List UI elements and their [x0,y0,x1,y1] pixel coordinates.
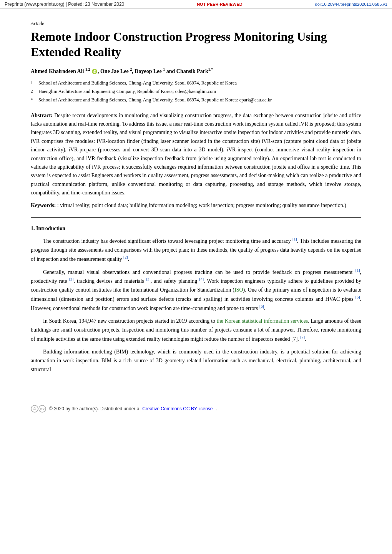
main-content: Article Remote Indoor Construction Progr… [0,9,392,393]
header-bar: Preprints (www.preprints.org) | Posted: … [0,0,392,9]
author4-name: Chansik Park [176,68,208,74]
ref-2[interactable]: [2] [123,255,128,259]
intro-para-1: The construction industry has devoted si… [31,236,361,264]
cc-icon: © BY [31,405,46,413]
korean-statistical-link[interactable]: the Korean statistical information servi… [217,318,308,324]
author2-sup: 2 [130,67,132,71]
ref-1[interactable]: [1] [292,237,297,241]
abstract-paragraph: Abstract: Despite recent developments in… [31,111,361,197]
article-title: Remote Indoor Construction Progress Moni… [31,29,361,60]
section1-heading: 1. Introduction [31,226,361,232]
aff-text-2: Haenglim Architecture and Engineering Co… [38,88,216,95]
keywords-label: Keywords: [31,202,56,208]
header-right: doi:10.20944/preprints202011.0585.v1 [315,2,387,7]
abstract-text: Despite recent developments in monitorin… [31,113,361,196]
ref-6[interactable]: [6] [259,304,264,309]
affiliation-1: 1 School of Architecture and Building Sc… [31,79,361,87]
footer-left: © BY © 2020 by the author(s). Distribute… [31,405,217,413]
ref-7[interactable]: [7] [300,335,305,339]
author4-sup: 1,* [208,67,213,71]
abstract-section: Abstract: Despite recent developments in… [31,111,361,210]
cc-badge: © BY [31,405,46,413]
aff-text-star: School of Architecture and Building Scie… [38,96,272,104]
not-peer-reviewed-badge: NOT PEER-REVIEWED [197,2,243,7]
header-left: Preprints (www.preprints.org) | Posted: … [5,2,124,7]
ref-4[interactable]: [4] [199,277,204,281]
posted-date: Posted: 23 November 2020 [68,2,124,7]
preprints-link[interactable]: Preprints (www.preprints.org) [5,2,66,7]
svg-text:BY: BY [40,407,45,411]
svg-text:©: © [33,407,36,411]
intro-para-4: Building information modeling (BIM) tech… [31,347,361,374]
para3-part1: In South Korea, 194,947 new construction… [43,318,217,324]
author3-name: Doyeop Lee [135,68,161,74]
article-label: Article [31,20,361,27]
author1-sup: 1,2 [85,67,90,71]
ref-2b[interactable]: [2] [69,277,74,281]
keywords-text: : virtual reality; point cloud data; bui… [56,202,346,208]
iso-link[interactable]: ISO [234,287,243,293]
author1-name: Ahmed Khairadeen Ali [31,68,84,74]
orcid-icon: iD [92,69,97,74]
authors-line: Ahmed Khairadeen Ali 1,2 iD, One Jae Lee… [31,67,361,75]
copyright-text: © 2020 by the author(s). Distributed und… [49,406,139,411]
author3-sup: 1 [163,67,165,71]
ref-5[interactable]: [5] [355,295,360,299]
affiliation-2: 2 Haenglim Architecture and Engineering … [31,88,361,95]
cc-license-link[interactable]: Creative Commons CC BY license [142,406,213,411]
intro-para-2: Generally, manual visual observations an… [31,267,361,313]
ref-3[interactable]: [3] [146,277,151,281]
affiliation-star: * School of Architecture and Building Sc… [31,96,361,104]
preprints-text: Preprints (www.preprints.org) [5,2,64,7]
keywords-paragraph: Keywords: : virtual reality; point cloud… [31,201,361,210]
aff-num-star: * [31,96,37,104]
aff-num-2: 2 [31,88,37,95]
aff-num-1: 1 [31,80,37,87]
aff-text-1: School of Architecture and Building Scie… [38,79,237,87]
author2-name: One Jae Lee [100,68,129,74]
affiliations: 1 School of Architecture and Building Sc… [31,79,361,104]
abstract-label: Abstract: [31,113,53,118]
footer: © BY © 2020 by the author(s). Distribute… [0,401,392,416]
intro-para-3: In South Korea, 194,947 new construction… [31,317,361,343]
section-divider [31,217,361,218]
ref-1b[interactable]: [1] [355,268,360,272]
doi-link[interactable]: doi:10.20944/preprints202011.0585.v1 [315,2,387,7]
